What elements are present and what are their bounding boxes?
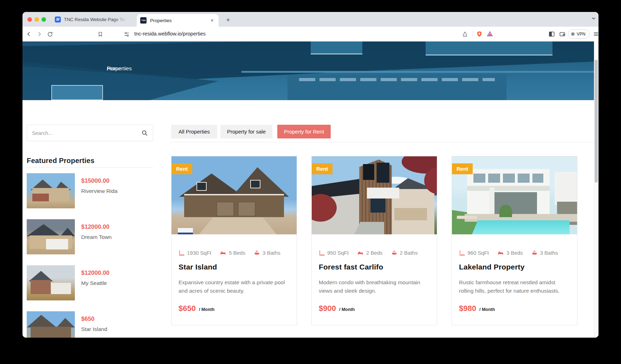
bath-icon (531, 250, 538, 256)
bed-icon (357, 250, 364, 256)
filter-property-for-rent-button[interactable]: Property for Rent (277, 125, 331, 138)
sidebar-divider (27, 167, 153, 168)
featured-name[interactable]: Riverview Rida (81, 188, 117, 194)
zoom-window-button[interactable] (41, 17, 46, 22)
property-price: $980 (459, 304, 476, 313)
featured-price: $12000.00 (81, 269, 109, 277)
tab-search-chevron-icon[interactable] (591, 16, 596, 22)
toolbar: tnc-resida.webflow.io/properties VPN (22, 27, 599, 41)
toolbar-separator (473, 31, 473, 37)
bath-icon (391, 250, 397, 256)
sqft-value: 1930 SqFt (187, 250, 211, 256)
search-input[interactable] (32, 130, 141, 136)
tab-inactive-title: TNC Resida Website Page Templa (64, 17, 127, 22)
sqft-value: 950 SqFt (327, 250, 349, 256)
search-box[interactable] (27, 125, 153, 141)
property-details: 960 SqFt 3 Beds 3 Baths (459, 250, 558, 256)
baths-value: 3 Baths (540, 250, 558, 256)
share-icon[interactable] (461, 30, 469, 38)
property-title[interactable]: Lakeland Property (459, 263, 525, 271)
beds-value: 5 Beds (229, 250, 245, 256)
featured-name[interactable]: Dream Town (81, 234, 112, 240)
sqft-value: 960 SqFt (467, 250, 489, 256)
tnc-favicon-icon: /TNC (140, 17, 147, 24)
property-title[interactable]: Star Island (179, 263, 217, 271)
featured-name[interactable]: My Seattle (81, 280, 107, 286)
browser-window: W TNC Resida Website Page Templa /TNC Pr… (22, 12, 599, 338)
new-tab-button[interactable]: + (224, 15, 233, 25)
property-description: Expansive country estate with a private … (179, 278, 288, 295)
rent-badge: Rent (312, 163, 332, 174)
property-details: 950 SqFt 2 Beds 2 Baths (319, 250, 418, 256)
tab-active[interactable]: /TNC Properties × (137, 14, 219, 27)
featured-name[interactable]: Star Island (81, 326, 107, 332)
property-title[interactable]: Forest fast Carlifo (319, 263, 383, 271)
featured-item[interactable]: $12000.00 My Seattle (27, 265, 153, 300)
filter-all-properties-button[interactable]: All Properties (171, 125, 217, 138)
price-period: / Month (479, 307, 495, 312)
minimize-window-button[interactable] (34, 17, 39, 22)
area-icon (179, 250, 185, 256)
bookmark-icon[interactable] (96, 30, 104, 38)
sidebar-toggle-icon[interactable] (548, 30, 556, 38)
site-settings-icon[interactable] (122, 30, 131, 38)
breadcrumb-current: Properties (107, 65, 132, 72)
close-tab-icon[interactable]: × (209, 18, 215, 24)
back-button[interactable] (25, 30, 33, 38)
filter-property-for-sale-button[interactable]: Property for sale (220, 125, 272, 138)
property-details: 1930 SqFt 5 Beds 3 Baths (179, 250, 280, 256)
beds-value: 2 Beds (366, 250, 383, 256)
filters-divider (170, 142, 597, 142)
price-period: / Month (199, 307, 214, 312)
tab-active-title: Properties (150, 18, 209, 23)
property-price: $650 (179, 304, 196, 313)
forward-button[interactable] (35, 30, 44, 38)
featured-item[interactable]: $650 Star Island (27, 311, 153, 338)
tab-inactive[interactable]: W TNC Resida Website Page Templa (55, 12, 131, 27)
property-card[interactable]: Rent 950 SqFt 2 Beds 2 Baths Forest fast… (311, 156, 437, 325)
close-window-button[interactable] (27, 17, 32, 22)
rent-badge: Rent (172, 163, 192, 174)
featured-price: $15000.00 (81, 177, 109, 184)
tab-strip: W TNC Resida Website Page Templa /TNC Pr… (22, 12, 599, 27)
page-content: Featured Properties $15000.00 Riverview … (22, 100, 599, 338)
baths-value: 2 Baths (400, 250, 418, 256)
featured-thumb-image (27, 219, 75, 254)
brave-rewards-icon[interactable] (486, 30, 494, 38)
bath-icon (254, 250, 260, 256)
scrollbar-track[interactable] (594, 41, 599, 338)
bed-icon (220, 250, 226, 256)
property-description: Modern condo with breathtaking mountain … (319, 278, 428, 295)
webflow-favicon-icon: W (55, 17, 61, 22)
vpn-status-icon (571, 32, 575, 36)
property-price: $900 (319, 304, 336, 313)
featured-price: $12000.00 (81, 223, 109, 230)
price-period: / Month (339, 307, 355, 312)
property-card[interactable]: Rent 1930 SqFt 5 Beds 3 Baths Star Islan… (171, 156, 297, 325)
vpn-button[interactable]: VPN (568, 30, 590, 39)
property-description: Rustic farmhouse retreat nestled amidst … (459, 278, 569, 295)
featured-thumb-image (27, 265, 75, 300)
area-icon (459, 250, 465, 256)
reload-button[interactable] (46, 30, 54, 38)
beds-value: 3 Beds (506, 250, 523, 256)
property-card[interactable]: Rent 960 SqFt 3 Beds 3 Baths Lakeland Pr… (452, 156, 577, 325)
search-icon[interactable] (141, 130, 148, 136)
featured-item[interactable]: $15000.00 Riverview Rida (27, 173, 153, 208)
featured-thumb-image (27, 173, 75, 208)
vpn-label: VPN (577, 32, 586, 37)
featured-thumb-image (27, 311, 75, 338)
featured-item[interactable]: $12000.00 Dream Town (27, 219, 153, 254)
rent-badge: Rent (452, 163, 473, 174)
bed-icon (497, 250, 504, 256)
menu-hamburger-icon[interactable] (592, 30, 599, 38)
brave-shield-icon[interactable] (475, 30, 484, 38)
wallet-icon[interactable] (558, 30, 567, 38)
scrollbar-thumb[interactable] (595, 60, 598, 183)
url-bar[interactable]: tnc-resida.webflow.io/properties (134, 31, 206, 37)
hero-banner: Home / Properties (22, 41, 599, 100)
featured-price: $650 (81, 316, 95, 323)
featured-properties-heading: Featured Properties (27, 157, 95, 165)
baths-value: 3 Baths (263, 250, 280, 256)
area-icon (319, 250, 325, 256)
